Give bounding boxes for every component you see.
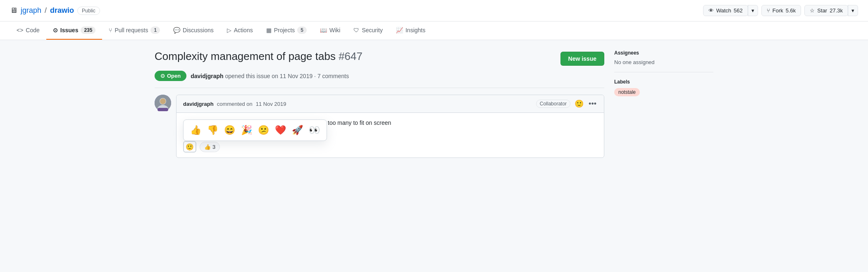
pr-icon: ⑂ [109, 27, 112, 33]
emoji-picker: 👍 👎 😄 🎉 😕 ❤️ 🚀 👀 [183, 119, 327, 141]
chevron-down-icon: ▾ [751, 7, 754, 14]
tab-discussions[interactable]: 💬 Discussions [167, 22, 220, 39]
emoji-rocket[interactable]: 🚀 [290, 123, 305, 137]
collaborator-badge: Collaborator [536, 100, 570, 108]
repo-header: 🖥 jgraph / drawio Public 👁 Watch 562 ▾ ⑂… [0, 0, 868, 21]
star-group: ☆ Star 27.3k ▾ [804, 5, 858, 16]
tab-insights[interactable]: 📈 Insights [389, 22, 432, 39]
new-issue-button[interactable]: New issue [560, 52, 604, 66]
issue-number: #647 [339, 50, 362, 62]
eye-icon: 👁 [708, 7, 714, 14]
thumbs-up-count: 3 [212, 144, 215, 150]
tab-discussions-label: Discussions [183, 27, 214, 33]
actions-icon: ▷ [227, 27, 231, 33]
discussions-icon: 💬 [173, 27, 180, 33]
fork-button[interactable]: ⑂ Fork 5.6k [761, 5, 801, 16]
fork-group: ⑂ Fork 5.6k [761, 5, 801, 16]
pr-badge: 1 [150, 26, 160, 34]
star-icon: ☆ [810, 7, 815, 14]
divider [155, 88, 604, 88]
emoji-heart[interactable]: ❤️ [273, 123, 288, 137]
tab-code[interactable]: <> Code [10, 22, 46, 39]
emoji-thumbs-up[interactable]: 👍 [188, 123, 203, 137]
comment-header-right: Collaborator 🙂 ••• [536, 98, 597, 109]
issue-sidebar: Assignees No one assigned Labels notstal… [614, 50, 713, 158]
watch-group: 👁 Watch 562 ▾ [703, 5, 758, 16]
visibility-badge: Public [77, 7, 100, 15]
avatar [155, 95, 171, 111]
code-icon: <> [17, 27, 23, 33]
tab-security-label: Security [362, 27, 383, 33]
issues-badge: 235 [81, 26, 95, 34]
sidebar-labels: Labels notstale [614, 79, 713, 103]
emoji-eyes[interactable]: 👀 [307, 123, 322, 137]
projects-icon: ▦ [266, 27, 272, 33]
tab-wiki-label: Wiki [329, 27, 340, 33]
star-count: 27.3k [830, 7, 843, 14]
emoji-smile[interactable]: 😄 [222, 123, 237, 137]
comment-author: davidjgraph [183, 101, 214, 107]
labels-label: Labels [614, 79, 713, 85]
comment-header: davidjgraph commented on 11 Nov 2019 Col… [176, 95, 604, 113]
issue-main: Complexity management of page tabs #647 … [155, 50, 604, 158]
emoji-confused[interactable]: 😕 [256, 123, 271, 137]
issue-status-text: Open [167, 73, 181, 79]
add-reaction-button[interactable]: 🙂 [183, 141, 196, 153]
header-actions: 👁 Watch 562 ▾ ⑂ Fork 5.6k ☆ Star 27.3k ▾ [703, 5, 858, 16]
issue-title: Complexity management of page tabs #647 [155, 50, 362, 63]
repo-nav: <> Code ⊙ Issues 235 ⑂ Pull requests 1 💬… [0, 21, 868, 40]
thumbs-up-reaction[interactable]: 👍 3 [200, 142, 220, 152]
issue-date: 11 Nov 2019 [280, 73, 312, 79]
org-link[interactable]: jgraph [21, 6, 41, 15]
repo-link[interactable]: drawio [50, 6, 74, 15]
tab-actions[interactable]: ▷ Actions [220, 22, 260, 39]
tab-issues[interactable]: ⊙ Issues 235 [46, 21, 103, 40]
emoji-thumbs-down[interactable]: 👎 [205, 123, 220, 137]
star-button[interactable]: ☆ Star 27.3k [804, 5, 848, 16]
svg-point-3 [160, 98, 166, 104]
repo-title: 🖥 jgraph / drawio Public [10, 6, 100, 15]
watch-button[interactable]: 👁 Watch 562 [703, 5, 748, 16]
sidebar-assignees: Assignees No one assigned [614, 50, 713, 72]
separator: / [45, 6, 47, 15]
fork-icon: ⑂ [767, 7, 770, 14]
issues-icon: ⊙ [53, 27, 58, 33]
issue-title-text: Complexity management of page tabs [155, 50, 336, 62]
main-content: Complexity management of page tabs #647 … [145, 40, 723, 168]
tab-pull-requests[interactable]: ⑂ Pull requests 1 [102, 21, 167, 40]
issue-meta-text: davidjgraph opened this issue on 11 Nov … [191, 73, 349, 79]
issue-meta-opened: opened this issue on [225, 73, 279, 79]
chevron-down-icon-star: ▾ [851, 7, 854, 14]
tab-wiki[interactable]: 📖 Wiki [313, 22, 347, 39]
comment-header-left: davidjgraph commented on 11 Nov 2019 [183, 101, 286, 107]
tab-projects-label: Projects [274, 27, 295, 33]
comment-thread: davidjgraph commented on 11 Nov 2019 Col… [155, 95, 604, 158]
tab-code-label: Code [26, 27, 39, 33]
issue-title-row: Complexity management of page tabs #647 … [155, 50, 604, 66]
tab-projects[interactable]: ▦ Projects 5 [260, 21, 313, 40]
emoji-party[interactable]: 🎉 [239, 123, 254, 137]
label-notstale[interactable]: notstale [614, 88, 640, 96]
more-options-button[interactable]: ••• [588, 99, 597, 109]
issue-status-badge: ⊙ Open [155, 71, 186, 81]
svg-rect-4 [157, 108, 168, 111]
comment-date: 11 Nov 2019 [256, 101, 286, 107]
projects-badge: 5 [297, 26, 307, 34]
issue-comments: 7 comments [317, 73, 349, 79]
tab-security[interactable]: 🛡 Security [347, 22, 389, 39]
comment-body-text: too many to fit on screen [328, 119, 391, 126]
tab-issues-label: Issues [60, 27, 79, 33]
fork-count: 5.6k [786, 7, 796, 14]
watch-dropdown[interactable]: ▾ [748, 5, 758, 16]
issue-meta: ⊙ Open davidjgraph opened this issue on … [155, 71, 604, 81]
comment-action: commented on [217, 101, 253, 107]
wiki-icon: 📖 [320, 27, 327, 33]
watch-count: 562 [734, 7, 743, 14]
tab-pr-label: Pull requests [114, 27, 148, 33]
monitor-icon: 🖥 [10, 6, 17, 15]
emoji-button[interactable]: 🙂 [574, 98, 584, 109]
star-dropdown[interactable]: ▾ [848, 5, 858, 16]
insights-icon: 📈 [396, 27, 403, 33]
tab-insights-label: Insights [405, 27, 425, 33]
star-label: Star [817, 7, 827, 14]
